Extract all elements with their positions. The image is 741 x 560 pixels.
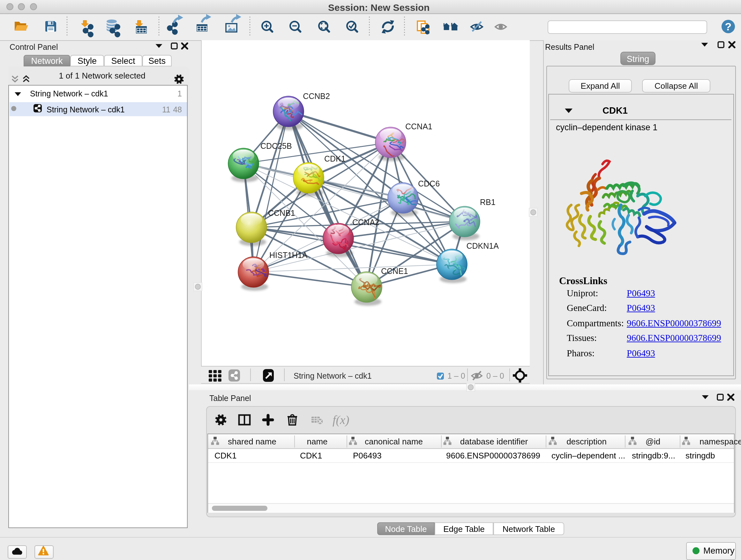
svg-text:CCNB1: CCNB1 <box>268 208 295 217</box>
svg-text:CCNB2: CCNB2 <box>303 91 330 101</box>
svg-text:CCNA2: CCNA2 <box>352 218 380 227</box>
svg-text:CDC6: CDC6 <box>418 179 440 188</box>
svg-text:CDC25B: CDC25B <box>260 141 292 150</box>
svg-text:CDKN1A: CDKN1A <box>466 241 499 250</box>
svg-text:HIST1H1A: HIST1H1A <box>269 251 308 260</box>
svg-text:CCNA1: CCNA1 <box>405 122 432 131</box>
svg-text:RB1: RB1 <box>480 198 495 206</box>
svg-text:CCNE1: CCNE1 <box>381 266 408 275</box>
svg-text:?: ? <box>725 20 732 33</box>
svg-text:CDK1: CDK1 <box>324 154 346 163</box>
